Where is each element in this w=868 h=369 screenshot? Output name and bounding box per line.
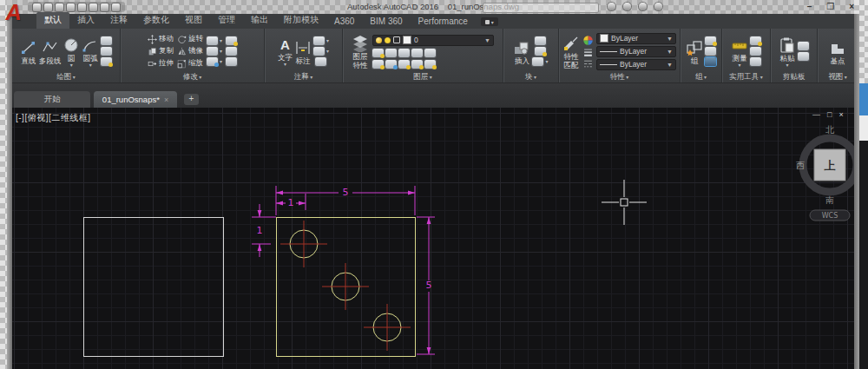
panel-label-utilities[interactable]: 实用工具 [722,72,770,82]
move-button[interactable]: 移动 [148,34,174,44]
group-button[interactable]: 组 [686,37,703,65]
ungroup-icon[interactable] [705,47,716,56]
ribbon-tab-BIM 360[interactable]: BIM 360 [362,15,410,29]
viewcube-north-label[interactable]: 北 [825,125,835,135]
drawing-canvas[interactable]: 5115北南西东上WCS [-][俯视][二维线框] — □ × [12,108,854,369]
viewport-controls-label[interactable]: [-][俯视][二维线框] [16,112,91,124]
plot-icon[interactable] [78,3,86,11]
workspace-switcher-icon[interactable]: ▾ [481,17,498,26]
base-button[interactable]: 基点 [829,37,846,65]
fillet-icon[interactable] [207,47,218,56]
stretch-button[interactable]: 拉伸 [148,58,174,69]
panel-label-properties[interactable]: 特性 [559,72,680,82]
lineweight-dropdown[interactable]: ByLayer ▼ [596,46,676,57]
layer-tool-icon[interactable] [398,49,410,57]
layer-tool-icon[interactable] [424,60,436,69]
scale-button[interactable]: 缩放 [177,58,203,69]
new-tab-button[interactable]: + [184,94,199,105]
ribbon-tab-输出[interactable]: 输出 [243,12,276,29]
panel-label-annotate[interactable]: 注释 [265,72,342,82]
layer-tool-icon[interactable] [411,60,423,69]
line-button[interactable]: 直线 [20,37,37,65]
lineweight-icon[interactable] [582,48,594,57]
circle-button[interactable]: 圆 ▾ [62,35,80,68]
panel-label-modify[interactable]: 修改 [121,72,264,82]
paste-button[interactable]: 粘贴 ▾ [779,35,796,68]
ribbon-tab-参数化[interactable]: 参数化 [135,12,177,29]
ribbon-tab-注释[interactable]: 注释 [102,12,135,29]
signin-icon[interactable] [623,3,631,10]
ribbon-tab-A360[interactable]: A360 [326,15,362,29]
layer-tool-icon[interactable] [398,60,410,69]
ellipse-icon[interactable] [101,47,112,56]
ribbon-tab-附加模块[interactable]: 附加模块 [276,12,326,29]
white-square[interactable] [84,218,224,357]
leader-icon[interactable] [313,36,325,45]
cut-icon[interactable] [798,42,809,50]
panel-label-block[interactable]: 块 [503,72,558,82]
rectangle-icon[interactable] [101,36,112,45]
panel-label-clipboard[interactable]: 剪贴板 [771,72,817,82]
copy-button[interactable]: 复制 [148,46,174,56]
rotate-button[interactable]: 旋转 [177,34,203,44]
file-tab-active-document[interactable]: 01_runOsnaps* × [94,91,177,108]
create-block-icon[interactable] [535,36,546,45]
viewport-restore-icon[interactable]: □ [827,110,832,119]
array-icon[interactable] [207,57,218,66]
close-tab-icon[interactable]: × [164,96,168,104]
match-properties-button[interactable]: 特性 匹配 [562,33,580,69]
erase-icon[interactable] [226,36,237,45]
viewport-minimize-icon[interactable]: — [812,110,820,119]
restore-button[interactable]: ❐ [826,1,834,12]
object-color-dropdown[interactable]: ByLayer ▼ [596,33,676,44]
viewport-close-icon[interactable]: × [838,110,843,119]
panel-label-draw[interactable]: 绘图 [12,72,120,82]
layer-tool-icon[interactable] [385,60,397,69]
color-wheel-icon[interactable] [582,35,594,46]
layer-properties-button[interactable]: 图层 特性 [352,33,369,69]
measure-button[interactable]: 测量 ▾ [731,35,748,68]
ribbon-tab-管理[interactable]: 管理 [210,12,243,29]
mirror-button[interactable]: 镜像 [177,46,203,56]
exchange-icon[interactable] [639,3,647,10]
panel-label-group[interactable]: 组 [681,72,721,82]
infocenter-search-input[interactable] [483,3,599,13]
redo-icon[interactable] [101,3,108,11]
ribbon-tab-视图[interactable]: 视图 [177,12,210,29]
offset-icon[interactable] [226,57,237,66]
ribbon-tab-Performance[interactable]: Performance [411,15,476,29]
viewcube-west-label[interactable]: 西 [796,161,805,170]
arc-button[interactable]: 圆弧 ▾ [82,35,99,68]
viewcube-south-label[interactable]: 南 [825,195,834,205]
help-icon[interactable] [654,3,662,10]
dimension-button[interactable]: 标注 [294,37,312,65]
edit-group-icon[interactable] [705,36,716,45]
save-icon[interactable] [67,3,75,11]
group-selection-toggle-icon[interactable] [705,57,716,66]
id-point-icon[interactable] [750,36,761,45]
layer-tool-icon[interactable] [385,49,397,57]
file-tab-start[interactable]: 开始 [14,91,90,108]
point-style-icon[interactable] [750,47,761,56]
autocad-logo-icon[interactable]: A [2,0,25,27]
define-attributes-icon[interactable] [532,57,543,66]
trim-icon[interactable] [207,36,218,45]
hatch-icon[interactable] [101,57,112,66]
layer-tool-icon[interactable] [424,49,436,57]
layer-dropdown[interactable]: 0 ▼ [372,35,494,46]
explode-icon[interactable] [226,47,237,56]
text-button[interactable]: A 文字 ▾ [278,36,293,67]
linetype-icon[interactable] [582,59,594,69]
insert-button[interactable]: 插入 [513,37,530,65]
copy-clip-icon[interactable] [798,52,809,61]
table-icon[interactable] [315,57,326,66]
qat-menu-icon[interactable] [112,3,120,11]
new-icon[interactable] [44,3,52,11]
quick-calc-icon[interactable] [750,57,761,66]
minimize-button[interactable]: – [807,1,812,12]
viewcube-top-label[interactable]: 上 [825,159,836,172]
layer-tool-icon[interactable] [411,49,423,57]
dimension-style-icon[interactable] [313,47,325,56]
layer-tool-icon[interactable] [372,49,384,57]
ribbon-tab-插入[interactable]: 插入 [69,12,102,29]
